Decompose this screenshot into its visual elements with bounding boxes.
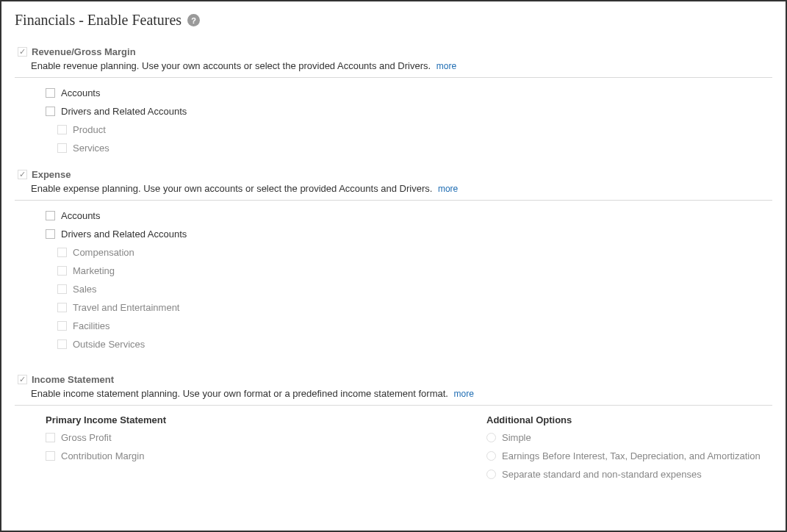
revenue-services-label: Services — [73, 143, 109, 154]
expense-compensation-checkbox[interactable] — [57, 248, 67, 257]
expense-compensation-label: Compensation — [73, 247, 134, 258]
contribution-margin-label: Contribution Margin — [61, 450, 144, 461]
separate-label: Separate standard and non-standard expen… — [502, 469, 702, 480]
revenue-accounts-checkbox[interactable] — [46, 88, 55, 98]
ebitda-radio[interactable] — [486, 451, 496, 461]
expense-facilities-label: Facilities — [73, 320, 110, 331]
expense-marketing-label: Marketing — [73, 265, 115, 276]
help-icon[interactable]: ? — [187, 14, 200, 26]
expense-outside-label: Outside Services — [73, 339, 145, 350]
revenue-accounts-label: Accounts — [61, 87, 100, 98]
expense-marketing-checkbox[interactable] — [57, 266, 67, 276]
revenue-services-checkbox[interactable] — [57, 143, 67, 153]
simple-label: Simple — [502, 432, 531, 443]
income-section-checkbox[interactable] — [18, 375, 27, 384]
revenue-product-checkbox[interactable] — [57, 125, 67, 134]
income-section-desc: Enable income statement planning. Use yo… — [31, 388, 448, 399]
expense-travel-checkbox[interactable] — [57, 303, 67, 312]
revenue-drivers-checkbox[interactable] — [46, 107, 55, 116]
income-section-title: Income Statement — [32, 374, 114, 385]
expense-travel-label: Travel and Entertainment — [73, 302, 179, 313]
expense-accounts-checkbox[interactable] — [46, 211, 55, 220]
revenue-section-title: Revenue/Gross Margin — [32, 46, 136, 57]
revenue-product-label: Product — [73, 124, 106, 135]
simple-radio[interactable] — [486, 433, 496, 442]
divider — [15, 405, 772, 406]
expense-section-title: Expense — [32, 169, 71, 180]
additional-options-header: Additional Options — [486, 411, 761, 428]
income-more-link[interactable]: more — [454, 389, 474, 399]
gross-profit-checkbox[interactable] — [46, 433, 55, 442]
divider — [15, 77, 772, 78]
page-title: Financials - Enable Features — [15, 12, 182, 29]
revenue-section-checkbox[interactable] — [18, 47, 27, 57]
expense-section-checkbox[interactable] — [18, 170, 27, 179]
primary-income-header: Primary Income Statement — [46, 411, 457, 428]
divider — [15, 200, 772, 201]
expense-drivers-checkbox[interactable] — [46, 229, 55, 239]
expense-facilities-checkbox[interactable] — [57, 321, 67, 331]
expense-sales-label: Sales — [73, 284, 97, 295]
contribution-margin-checkbox[interactable] — [46, 451, 55, 461]
separate-radio[interactable] — [486, 470, 496, 479]
expense-accounts-label: Accounts — [61, 210, 100, 221]
gross-profit-label: Gross Profit — [61, 432, 112, 443]
expense-sales-checkbox[interactable] — [57, 284, 67, 294]
expense-drivers-label: Drivers and Related Accounts — [61, 229, 187, 240]
expense-section-desc: Enable expense planning. Use your own ac… — [31, 183, 432, 194]
expense-outside-checkbox[interactable] — [57, 339, 67, 349]
revenue-section-desc: Enable revenue planning. Use your own ac… — [31, 60, 431, 71]
ebitda-label: Earnings Before Interest, Tax, Depreciat… — [502, 450, 761, 461]
expense-more-link[interactable]: more — [438, 184, 458, 194]
revenue-drivers-label: Drivers and Related Accounts — [61, 106, 187, 117]
revenue-more-link[interactable]: more — [436, 61, 456, 71]
